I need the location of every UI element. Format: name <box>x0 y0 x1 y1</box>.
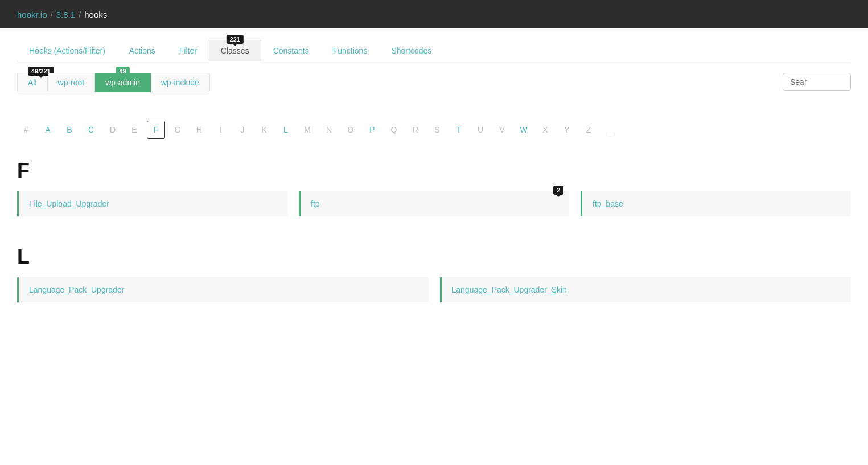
breadcrumb-version[interactable]: 3.8.1 <box>56 10 75 19</box>
alpha-btn-E[interactable]: E <box>125 121 143 139</box>
tab-actions[interactable]: Actions <box>117 40 167 61</box>
class-item-ftp[interactable]: ftp2 <box>299 191 569 216</box>
alpha-btn-F[interactable]: F <box>147 121 165 139</box>
class-item-File_Upload_Upgrader[interactable]: File_Upload_Upgrader <box>17 191 287 216</box>
sub-tabs-wrapper: All49/221wp-rootwp-admin49wp-include <box>17 73 851 106</box>
alpha-btn-V[interactable]: V <box>493 121 511 139</box>
alpha-btn-R[interactable]: R <box>406 121 425 139</box>
alpha-btn-J[interactable]: J <box>233 121 252 139</box>
alpha-btn-W[interactable]: W <box>515 121 533 139</box>
alpha-btn-U[interactable]: U <box>471 121 489 139</box>
breadcrumb-site[interactable]: hookr.io <box>17 10 47 19</box>
sub-tab-wp-admin[interactable]: wp-admin49 <box>95 73 151 92</box>
sub-tabs: All49/221wp-rootwp-admin49wp-include <box>17 73 210 92</box>
tab-classes[interactable]: Classes221 <box>209 40 261 61</box>
class-items-L: Language_Pack_UpgraderLanguage_Pack_Upgr… <box>17 277 851 302</box>
sections-container: FFile_Upload_Upgraderftp2ftp_baseLLangua… <box>17 159 851 302</box>
alpha-btn-C[interactable]: C <box>82 121 100 139</box>
sub-tab-wp-root[interactable]: wp-root <box>48 73 96 92</box>
tab-badge-classes: 221 <box>227 35 244 44</box>
alpha-btn-A[interactable]: A <box>39 121 57 139</box>
tab-hooks[interactable]: Hooks (Actions/Filter) <box>17 40 117 61</box>
sub-tab-wp-include[interactable]: wp-include <box>151 73 210 92</box>
sub-tab-all[interactable]: All49/221 <box>17 73 48 92</box>
alphabet-nav: #ABCDEFGHIJKLMNOPQRSTUVWXYZ_ <box>17 121 851 139</box>
alpha-btn-P[interactable]: P <box>363 121 381 139</box>
alpha-btn-Z[interactable]: Z <box>579 121 598 139</box>
main-content: Hooks (Actions/Filter)ActionsFilterClass… <box>0 28 868 465</box>
sub-tab-badge-wp-admin: 49 <box>116 67 129 76</box>
breadcrumb-current: hooks <box>84 10 107 19</box>
alpha-btn-S[interactable]: S <box>428 121 446 139</box>
separator-1: / <box>51 10 53 19</box>
tab-filter[interactable]: Filter <box>167 40 209 61</box>
tab-shortcodes[interactable]: Shortcodes <box>379 40 443 61</box>
alpha-btn-D[interactable]: D <box>104 121 122 139</box>
section-letter-F: F <box>17 159 851 183</box>
tab-functions[interactable]: Functions <box>321 40 380 61</box>
class-item-Language_Pack_Upgrader_Skin[interactable]: Language_Pack_Upgrader_Skin <box>440 277 851 302</box>
class-item-Language_Pack_Upgrader[interactable]: Language_Pack_Upgrader <box>17 277 429 302</box>
alpha-btn-I[interactable]: I <box>212 121 230 139</box>
alpha-btn-T[interactable]: T <box>450 121 468 139</box>
class-items-F: File_Upload_Upgraderftp2ftp_base <box>17 191 851 216</box>
main-tabs: Hooks (Actions/Filter)ActionsFilterClass… <box>17 40 851 61</box>
alpha-btn-G[interactable]: G <box>168 121 187 139</box>
section-L: LLanguage_Pack_UpgraderLanguage_Pack_Upg… <box>17 245 851 302</box>
alpha-btn-M[interactable]: M <box>298 121 316 139</box>
alpha-btn-K[interactable]: K <box>255 121 273 139</box>
alpha-btn-Q[interactable]: Q <box>385 121 403 139</box>
alpha-btn-H[interactable]: H <box>190 121 208 139</box>
alpha-btn-Y[interactable]: Y <box>558 121 576 139</box>
alpha-btn-N[interactable]: N <box>320 121 338 139</box>
alpha-btn-L[interactable]: L <box>277 121 295 139</box>
tab-constants[interactable]: Constants <box>261 40 321 61</box>
sub-tabs-row: All49/221wp-rootwp-admin49wp-include <box>17 73 851 106</box>
alpha-btn-#[interactable]: # <box>17 121 35 139</box>
search-container <box>783 73 851 91</box>
alpha-btn-_[interactable]: _ <box>601 121 619 139</box>
section-letter-L: L <box>17 245 851 269</box>
alpha-btn-X[interactable]: X <box>536 121 554 139</box>
alpha-btn-B[interactable]: B <box>60 121 79 139</box>
alpha-btn-O[interactable]: O <box>342 121 360 139</box>
class-item-ftp_base[interactable]: ftp_base <box>581 191 851 216</box>
search-input[interactable] <box>783 73 851 91</box>
header: hookr.io / 3.8.1 / hooks <box>0 0 868 28</box>
section-F: FFile_Upload_Upgraderftp2ftp_base <box>17 159 851 216</box>
class-item-badge-ftp: 2 <box>553 186 563 195</box>
breadcrumb: hookr.io / 3.8.1 / hooks <box>17 10 107 19</box>
separator-2: / <box>79 10 81 19</box>
